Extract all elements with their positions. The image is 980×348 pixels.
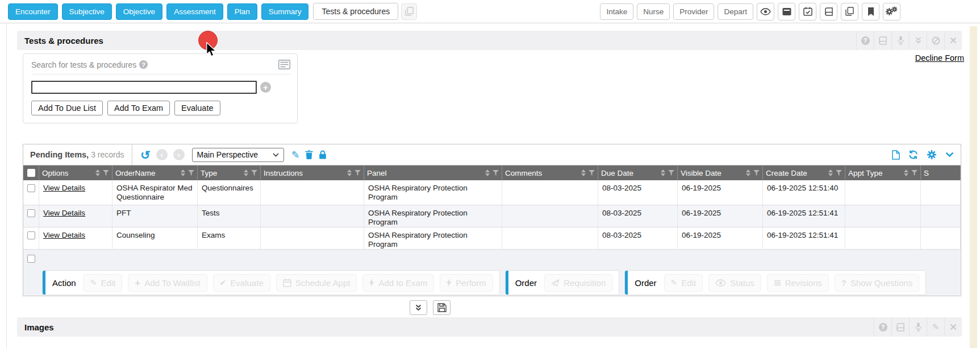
add-plus-icon[interactable]: +	[260, 82, 271, 93]
collapse-button[interactable]	[410, 300, 427, 315]
edit-button[interactable]: ✎Edit	[84, 274, 123, 292]
sort-filter-icons	[904, 169, 918, 176]
bookmark-button[interactable]	[862, 3, 879, 20]
add-to-waitlist-button[interactable]: +Add To Waitlist	[128, 274, 207, 292]
list-icon[interactable]	[278, 60, 290, 69]
column-header-instructions: Instructions	[261, 165, 364, 180]
row-checkbox[interactable]	[27, 231, 35, 239]
close-icon-button[interactable]	[944, 317, 962, 337]
row-checkbox[interactable]	[27, 209, 35, 217]
calendar-check-button[interactable]	[799, 3, 816, 20]
collapse-double-chevron-icon-button[interactable]	[909, 31, 927, 50]
filter-icon[interactable]	[589, 170, 595, 176]
tab-tests-procedures[interactable]: Tests & procedures	[313, 3, 398, 20]
button-label: Edit	[101, 278, 115, 288]
help-icon-button[interactable]: ?	[874, 317, 891, 337]
sort-icon[interactable]	[828, 169, 833, 176]
select-all-checkbox[interactable]	[27, 169, 35, 177]
collapse-chevron-icon[interactable]	[945, 152, 954, 158]
sort-icon[interactable]	[746, 169, 750, 176]
view-details-link[interactable]: View Details	[43, 184, 85, 192]
nav-button-summary[interactable]: Summary	[261, 3, 309, 20]
nav-button-plan[interactable]: Plan	[227, 3, 257, 20]
sort-icon[interactable]	[661, 169, 665, 176]
decline-form-link[interactable]: Decline Form	[915, 53, 964, 63]
filter-icon[interactable]	[188, 170, 194, 176]
nav-button-assessment[interactable]: Assessment	[166, 3, 223, 20]
nav-button-subjective[interactable]: Subjective	[62, 3, 112, 20]
revisions-button[interactable]: Revisions	[767, 274, 829, 292]
perspective-select[interactable]: Main Perspective	[192, 148, 284, 162]
sort-icon[interactable]	[95, 169, 100, 176]
edit-button[interactable]: ✎Edit	[664, 274, 703, 292]
new-row-checkbox[interactable]	[27, 255, 35, 263]
sort-icon[interactable]	[904, 169, 908, 176]
filter-icon[interactable]	[251, 170, 257, 176]
stage-button-provider[interactable]: Provider	[673, 3, 714, 20]
ban-icon-button[interactable]	[927, 31, 944, 50]
question-icon: ?	[841, 279, 846, 287]
search-input[interactable]	[31, 81, 257, 94]
row-checkbox[interactable]	[27, 184, 35, 192]
undo-icon[interactable]: ↺	[140, 149, 151, 161]
sort-icon[interactable]	[581, 169, 586, 176]
book-icon-button[interactable]	[891, 317, 909, 337]
archive-box-button[interactable]	[778, 3, 795, 20]
filter-icon[interactable]	[836, 170, 842, 176]
sort-icon[interactable]	[485, 169, 490, 176]
add-to-due-list-button[interactable]: Add To Due List	[31, 101, 103, 115]
gears-button[interactable]	[883, 3, 900, 20]
column-header-create-date: Create Date	[763, 165, 845, 180]
evaluate-button[interactable]: Evaluate	[174, 101, 220, 115]
status-button[interactable]: Status	[708, 274, 761, 292]
refresh-icon[interactable]	[908, 150, 918, 159]
microphone-icon-button[interactable]	[891, 31, 909, 50]
stage-button-depart[interactable]: Depart	[718, 3, 753, 20]
sort-icon[interactable]	[181, 169, 185, 176]
add-to-exam-button[interactable]: Add To Exam	[107, 101, 170, 115]
evaluate-button[interactable]: ✔Evaluate	[213, 274, 270, 292]
nav-button-objective[interactable]: Objective	[116, 3, 162, 20]
edit-pencil-icon[interactable]: ✎	[291, 149, 299, 161]
cell-s	[921, 180, 961, 205]
save-button[interactable]	[433, 300, 451, 315]
microphone-icon-button[interactable]	[909, 317, 927, 337]
filter-icon[interactable]	[493, 170, 499, 176]
perform-button[interactable]: Perform	[440, 274, 493, 292]
view-details-link[interactable]: View Details	[43, 209, 85, 217]
pencil-icon-button[interactable]: ✎	[927, 317, 944, 337]
lock-icon[interactable]	[319, 150, 327, 159]
sort-icon[interactable]	[347, 169, 352, 176]
prev-page-button[interactable]: ‹	[156, 149, 168, 160]
settings-gear-icon[interactable]	[927, 150, 937, 160]
sort-filter-icons	[244, 169, 257, 176]
nav-button-encounter[interactable]: Encounter	[8, 3, 58, 20]
schedule-appt-button[interactable]: Schedule Appt	[276, 274, 357, 292]
requisition-button[interactable]: Requisition	[544, 274, 612, 292]
stage-button-intake[interactable]: Intake	[600, 3, 633, 20]
filter-icon[interactable]	[668, 170, 674, 176]
tab-copy-button[interactable]	[401, 3, 417, 20]
new-file-icon[interactable]	[892, 150, 900, 160]
show-questions-button[interactable]: ?Show Questions	[835, 274, 919, 292]
add-to-exam-button[interactable]: Add to Exam	[362, 274, 434, 292]
filter-icon[interactable]	[103, 170, 109, 176]
stage-button-nurse[interactable]: Nurse	[637, 3, 670, 20]
help-icon[interactable]: ?	[139, 60, 148, 69]
close-icon-button[interactable]	[944, 31, 962, 50]
next-page-button[interactable]: ›	[173, 149, 185, 160]
sort-icon[interactable]	[244, 169, 248, 176]
filter-icon[interactable]	[753, 170, 760, 176]
help-icon-button[interactable]: ?	[856, 31, 874, 50]
trash-icon[interactable]	[305, 150, 313, 159]
book-button[interactable]	[820, 3, 837, 20]
cell-options: View Details	[39, 227, 112, 249]
filter-icon[interactable]	[911, 170, 918, 176]
book-icon-button[interactable]	[874, 31, 891, 50]
pencil-icon: ✎	[671, 279, 678, 287]
eye-button[interactable]	[757, 3, 774, 20]
copy-pages-button[interactable]	[841, 3, 858, 20]
view-details-link[interactable]: View Details	[43, 231, 85, 239]
cell-visible-date: 06-19-2025	[678, 205, 763, 227]
filter-icon[interactable]	[355, 170, 361, 176]
